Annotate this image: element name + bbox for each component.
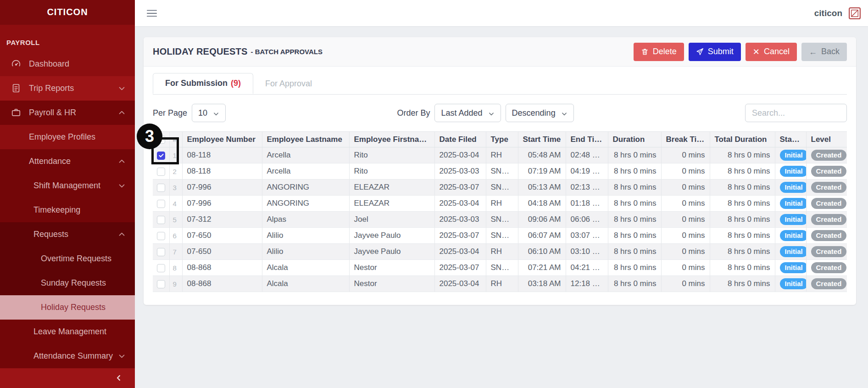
user-name[interactable]: citicon [814, 8, 842, 18]
row-checkbox[interactable] [157, 184, 165, 192]
status-badge: Initial [780, 150, 807, 161]
sidebar-nav: DashboardTrip ReportsPayroll & HREmploye… [0, 52, 135, 368]
row-checkbox[interactable] [157, 248, 165, 256]
column-header-duration: Duration [613, 135, 645, 144]
search-input[interactable] [745, 104, 847, 122]
briefcase-icon [11, 107, 21, 118]
cell-employee_number: 07-650 [182, 244, 262, 260]
cell-employee_lastname: Alcala [262, 276, 349, 292]
back-button[interactable]: ← Back [801, 43, 847, 61]
row-checkbox[interactable] [157, 200, 165, 208]
cell-num: 3 [169, 180, 182, 196]
cell-end_time: 03:07 PM [566, 228, 608, 244]
cell-total_duration: 8 hrs 0 mins [710, 212, 775, 228]
cell-start_time: 03:18 AM [518, 276, 566, 292]
row-checkbox[interactable] [157, 216, 165, 224]
arrow-left-icon: ← [809, 48, 817, 56]
sidebar-item-holiday-requests[interactable]: Holiday Requests [0, 295, 135, 320]
status-badge: Initial [780, 262, 807, 273]
cell-type: SNWD [486, 228, 518, 244]
cell-break_time: 0 mins [661, 147, 710, 163]
row-checkbox[interactable] [157, 232, 165, 240]
send-icon [696, 48, 704, 56]
sidebar-item-employee-profiles[interactable]: Employee Profiles [0, 125, 135, 149]
sidebar: CITICON PAYROLL DashboardTrip ReportsPay… [0, 0, 135, 388]
row-checkbox[interactable] [157, 280, 165, 288]
order-by-select[interactable]: Last Added [434, 104, 501, 122]
cell-total_duration: 8 hrs 0 mins [710, 244, 775, 260]
cell-num: 8 [169, 260, 182, 276]
column-header-employee_lastname: Employee Lastname [267, 135, 342, 144]
sidebar-item-attendance[interactable]: Attendance [0, 149, 135, 174]
chevron-up-icon [118, 231, 126, 238]
trash-icon [641, 48, 649, 56]
cell-start_time: 06:07 AM [518, 228, 566, 244]
cell-type: SNWD [486, 163, 518, 180]
cell-employee_lastname: ANGORING [262, 196, 349, 212]
cell-duration: 8 hrs 0 mins [608, 163, 661, 180]
cancel-button[interactable]: ✕ Cancel [746, 43, 797, 61]
cell-break_time: 0 mins [661, 244, 710, 260]
cell-date_filed: 2025-03-07 [434, 228, 486, 244]
column-header-break_time: Break Time [666, 135, 708, 144]
per-page-group: Per Page 10 [153, 104, 226, 122]
row-checkbox[interactable] [157, 264, 165, 272]
sidebar-item-overtime-requests[interactable]: Overtime Requests [0, 247, 135, 271]
level-badge: Created [811, 166, 847, 177]
sidebar-item-leave-management[interactable]: Leave Management [0, 320, 135, 344]
level-badge: Created [811, 214, 847, 225]
sidebar-item-shift-management[interactable]: Shift Management [0, 174, 135, 198]
direction-select[interactable]: Descending [506, 104, 574, 122]
column-header-employee_firstname: Employee Firstname [354, 135, 430, 144]
chevron-down-icon [118, 182, 126, 190]
sidebar-item-attendance-summary[interactable]: Attendance Summary [0, 344, 135, 368]
cell-total_duration: 8 hrs 0 mins [710, 228, 775, 244]
table-row: 908-868AlcalaNestor2025-03-04RH03:18 AM1… [153, 276, 847, 292]
cell-date_filed: 2025-03-03 [434, 212, 486, 228]
cell-date_filed: 2025-03-04 [434, 147, 486, 163]
status-badge: Initial [780, 230, 807, 241]
cell-employee_number: 07-312 [182, 212, 262, 228]
per-page-select[interactable]: 10 [192, 104, 226, 122]
cell-date_filed: 2025-03-07 [434, 260, 486, 276]
sidebar-item-sunday-requests[interactable]: Sunday Requests [0, 271, 135, 295]
cell-type: RH [486, 147, 518, 163]
card-header: HOLIDAY REQUESTS - BATCH APPROVALS Delet… [144, 37, 856, 67]
cell-break_time: 0 mins [661, 260, 710, 276]
cell-num: 6 [169, 228, 182, 244]
sidebar-item-payroll-hr[interactable]: Payroll & HR [0, 101, 135, 125]
cell-duration: 8 hrs 0 mins [608, 228, 661, 244]
tab-for-submission[interactable]: For Submission (9) [153, 73, 253, 94]
sidebar-collapse-button[interactable] [0, 368, 135, 388]
table-controls: Per Page 10 Order By Last Added [153, 104, 847, 122]
column-header-type: Type [491, 135, 508, 144]
status-badge: Initial [780, 198, 807, 209]
broken-image-icon[interactable] [848, 6, 862, 20]
sidebar-item-trip-reports[interactable]: Trip Reports [0, 76, 135, 101]
hamburger-menu-icon[interactable] [147, 9, 157, 17]
cell-duration: 8 hrs 0 mins [608, 276, 661, 292]
delete-button[interactable]: Delete [634, 43, 684, 61]
table-body: 108-118ArcellaRito2025-03-04RH05:48 AM02… [153, 147, 847, 292]
sidebar-section-label: PAYROLL [0, 25, 135, 52]
cell-start_time: 09:06 AM [518, 212, 566, 228]
row-checkbox[interactable] [157, 152, 165, 160]
level-badge: Created [811, 246, 847, 257]
tab-for-approval[interactable]: For Approval [253, 73, 324, 94]
select-all-checkbox[interactable] [157, 135, 165, 144]
status-badge: Initial [780, 278, 807, 289]
cell-break_time: 0 mins [661, 212, 710, 228]
holiday-requests-card: HOLIDAY REQUESTS - BATCH APPROVALS Delet… [144, 37, 856, 305]
order-by-label: Order By [397, 108, 430, 118]
level-badge: Created [811, 278, 847, 289]
status-badge: Initial [780, 182, 807, 193]
cell-end_time: 02:48 PM [566, 147, 608, 163]
sidebar-item-requests[interactable]: Requests [0, 222, 135, 247]
cell-end_time: 06:06 PM [566, 212, 608, 228]
cell-employee_lastname: Alcala [262, 260, 349, 276]
row-checkbox[interactable] [157, 168, 165, 176]
cell-employee_firstname: Nestor [349, 260, 434, 276]
sidebar-item-timekeeping[interactable]: Timekeeping [0, 198, 135, 222]
submit-button[interactable]: Submit [689, 43, 741, 61]
sidebar-item-dashboard[interactable]: Dashboard [0, 52, 135, 76]
